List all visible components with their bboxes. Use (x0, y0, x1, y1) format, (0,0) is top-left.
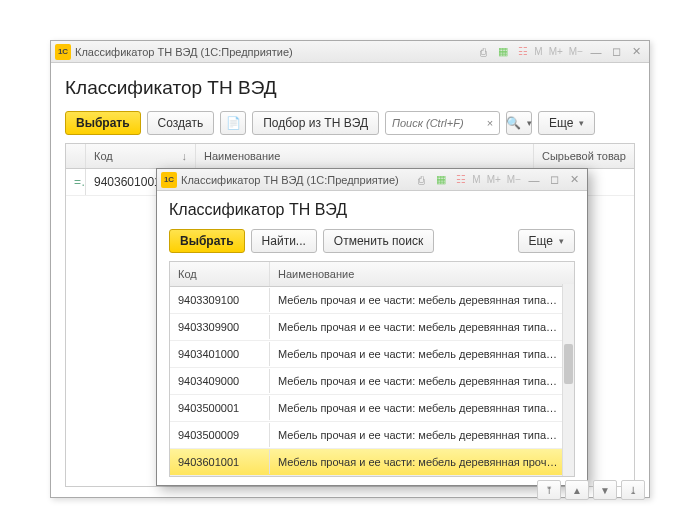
table-row[interactable]: 9403401000Мебель прочая и ее части: мебе… (170, 341, 574, 368)
popup-table-head: Код Наименование (170, 262, 574, 287)
maximize-icon[interactable]: ◻ (607, 44, 625, 60)
select-button[interactable]: Выбрать (169, 229, 245, 253)
copy-icon[interactable]: 📄 (220, 111, 246, 135)
search-input-wrap: × (385, 111, 500, 135)
cell-name: Мебель прочая и ее части: мебель деревян… (270, 369, 574, 393)
cell-name: Мебель прочая и ее части: мебель деревян… (270, 450, 574, 474)
table-row[interactable]: 9403601001Мебель прочая и ее части: мебе… (170, 449, 574, 476)
search-input[interactable] (386, 117, 481, 129)
search-dropdown-button[interactable]: 🔍 (506, 111, 532, 135)
app-logo-icon: 1С (55, 44, 71, 60)
cell-name: Мебель прочая и ее части: мебель деревян… (270, 423, 574, 447)
col-name[interactable]: Наименование (270, 262, 574, 286)
window-title: Классификатор ТН ВЭД (1С:Предприятие) (75, 46, 472, 58)
popup-titlebar: 1С Классификатор ТН ВЭД (1С:Предприятие)… (157, 169, 587, 191)
main-titlebar: 1С Классификатор ТН ВЭД (1С:Предприятие)… (51, 41, 649, 63)
print-icon[interactable]: ⎙ (474, 44, 492, 60)
memory-buttons: M M+ M− (470, 174, 523, 185)
col-name[interactable]: Наименование (196, 144, 534, 168)
cell-code: 9403601001 (170, 450, 270, 474)
more-button[interactable]: Еще (518, 229, 575, 253)
table-row[interactable]: 9403309100Мебель прочая и ее части: мебе… (170, 287, 574, 314)
mem-mminus[interactable]: M− (567, 46, 585, 57)
col-code[interactable]: Код (170, 262, 270, 286)
calendar-icon[interactable]: ☷ (452, 172, 470, 188)
mem-m[interactable]: M (470, 174, 482, 185)
page-title: Классификатор ТН ВЭД (65, 77, 635, 99)
popup-window: 1С Классификатор ТН ВЭД (1С:Предприятие)… (156, 168, 588, 486)
mem-mplus[interactable]: M+ (547, 46, 565, 57)
cell-name: Мебель прочая и ее части: мебель деревян… (270, 342, 574, 366)
row-marker-icon: = (66, 169, 86, 195)
popup-title: Классификатор ТН ВЭД (1С:Предприятие) (181, 174, 410, 186)
minimize-icon[interactable]: — (525, 172, 543, 188)
print-icon[interactable]: ⎙ (412, 172, 430, 188)
cell-code: 9403309900 (170, 315, 270, 339)
cell-code: 9403500001 (170, 396, 270, 420)
cell-name: Мебель прочая и ее части: мебель деревян… (270, 396, 574, 420)
table-row[interactable]: 9403409000Мебель прочая и ее части: мебе… (170, 368, 574, 395)
main-toolbar: Выбрать Создать 📄 Подбор из ТН ВЭД × 🔍 Е… (65, 111, 635, 135)
select-button[interactable]: Выбрать (65, 111, 141, 135)
scrollbar[interactable] (562, 284, 574, 476)
mem-mplus[interactable]: M+ (485, 174, 503, 185)
close-icon[interactable]: ✕ (627, 44, 645, 60)
cell-name: Мебель прочая и ее части: мебель деревян… (270, 288, 574, 312)
nav-first-icon[interactable]: ⤒ (537, 480, 561, 500)
scrollbar-thumb[interactable] (564, 344, 573, 384)
close-icon[interactable]: ✕ (565, 172, 583, 188)
import-button[interactable]: Подбор из ТН ВЭД (252, 111, 379, 135)
table-row[interactable]: 9403309900Мебель прочая и ее части: мебе… (170, 314, 574, 341)
create-button[interactable]: Создать (147, 111, 215, 135)
cell-code: 9403409000 (170, 369, 270, 393)
footer-nav: ⤒ ▲ ▼ ⤓ (537, 480, 645, 500)
col-ext[interactable]: Сырьевой товар (534, 144, 634, 168)
more-button[interactable]: Еще (538, 111, 595, 135)
col-icon (66, 144, 86, 168)
cell-code: 9403401000 (170, 342, 270, 366)
cell-code: 9403500009 (170, 423, 270, 447)
cell-code: 9403309100 (170, 288, 270, 312)
app-logo-icon: 1С (161, 172, 177, 188)
mem-m[interactable]: M (532, 46, 544, 57)
find-button[interactable]: Найти... (251, 229, 317, 253)
calendar-icon[interactable]: ☷ (514, 44, 532, 60)
cell-name: Мебель прочая и ее части: мебель деревян… (270, 315, 574, 339)
nav-last-icon[interactable]: ⤓ (621, 480, 645, 500)
minimize-icon[interactable]: — (587, 44, 605, 60)
popup-toolbar: Выбрать Найти... Отменить поиск Еще (169, 229, 575, 253)
nav-up-icon[interactable]: ▲ (565, 480, 589, 500)
popup-table: Код Наименование 9403309100Мебель прочая… (169, 261, 575, 477)
popup-heading: Классификатор ТН ВЭД (169, 201, 575, 219)
main-table-head: Код↓ Наименование Сырьевой товар (66, 144, 634, 169)
table-row[interactable]: 9403500001Мебель прочая и ее части: мебе… (170, 395, 574, 422)
mem-mminus[interactable]: M− (505, 174, 523, 185)
calc-icon[interactable]: ▦ (494, 44, 512, 60)
memory-buttons: M M+ M− (532, 46, 585, 57)
calc-icon[interactable]: ▦ (432, 172, 450, 188)
cancel-search-button[interactable]: Отменить поиск (323, 229, 434, 253)
clear-search-icon[interactable]: × (481, 117, 499, 129)
sort-indicator-icon: ↓ (182, 150, 188, 162)
maximize-icon[interactable]: ◻ (545, 172, 563, 188)
table-row[interactable]: 9403500009Мебель прочая и ее части: мебе… (170, 422, 574, 449)
col-code[interactable]: Код↓ (86, 144, 196, 168)
nav-down-icon[interactable]: ▼ (593, 480, 617, 500)
